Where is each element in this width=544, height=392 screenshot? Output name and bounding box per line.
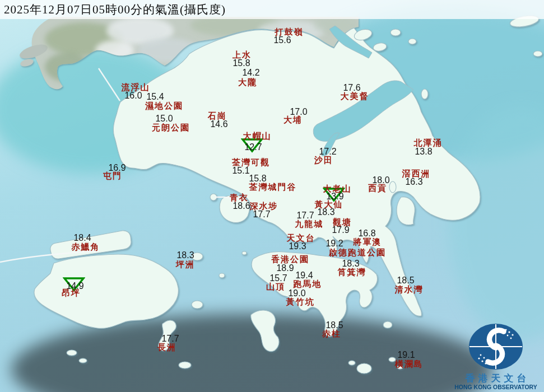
station-name-label: 上水: [233, 51, 252, 59]
station-temperature-value: 15.0: [155, 114, 173, 123]
station-name-label: 元朗公園: [152, 124, 190, 132]
station-name-label: 筲箕灣: [338, 268, 366, 277]
station-name-label: 荃灣城門谷: [249, 183, 297, 192]
station-name-label: 濕地公園: [145, 102, 183, 110]
station-temperature-value: 19.3: [289, 242, 306, 251]
station-name-label: 山頂: [266, 283, 285, 291]
station-name-label: 赤柱: [322, 330, 341, 338]
station-temperature-value: 18.9: [276, 264, 294, 273]
station-temperature-value: 14.6: [210, 120, 227, 129]
station-temperature-value: 18.3: [317, 208, 334, 217]
station-name-label: 沙田: [314, 156, 333, 165]
station-temperature-value: 15.6: [273, 36, 291, 45]
hko-logo-english-name: HONG KONG OBSERVATORY: [454, 384, 537, 391]
hko-logo: 香港天文台 HONG KONG OBSERVATORY: [451, 323, 541, 391]
station-name-label: 深水埗: [250, 202, 278, 211]
station-temperature-value: 18.3: [176, 251, 194, 260]
station-temperature-value: 12.7: [244, 143, 262, 152]
station-name-label: 黃大仙: [315, 200, 343, 209]
station-name-label: 大隴: [238, 78, 257, 87]
station-name-label: 赤鱲角: [72, 243, 100, 251]
station-temperature-value: 19.1: [397, 351, 415, 360]
station-name-label: 觀塘: [333, 218, 352, 227]
station-name-label: 流浮山: [122, 83, 150, 92]
station-name-label: 大美督: [341, 92, 369, 101]
station-name-label: 跑馬地: [294, 280, 322, 288]
station-name-label: 大老山: [323, 185, 352, 193]
station-temperature-value: 15.8: [233, 59, 250, 68]
station-temperature-value: 19.2: [326, 239, 343, 248]
station-name-label: 荃灣可觀: [232, 158, 270, 167]
station-name-label: 將軍澳: [354, 238, 382, 246]
station-temperature-value: 18.6: [233, 202, 250, 211]
station-name-label: 九龍城: [295, 220, 324, 228]
station-temperature-value: 16.0: [124, 91, 142, 100]
station-name-label: 青衣: [230, 194, 249, 202]
station-name-label: 香港公園: [271, 255, 309, 264]
station-name-label: 長洲: [157, 343, 176, 352]
station-temperature-value: 17.9: [332, 226, 349, 235]
station-name-label: 滘西洲: [402, 170, 431, 178]
station-name-label: 打鼓嶺: [275, 28, 304, 36]
station-name-label: 坪洲: [176, 260, 195, 269]
station-temperature-value: 15.1: [232, 166, 249, 175]
station-temperature-value: 18.5: [397, 276, 414, 285]
station-temperature-value: 15.4: [146, 92, 164, 101]
page-title: 2025年12月07日05時00分的氣溫(攝氏度): [0, 2, 226, 17]
station-name-label: 西貢: [368, 184, 387, 193]
station-name-label: 屯門: [103, 172, 122, 180]
station-temperature-value: 16.3: [405, 178, 422, 186]
title-bar: 2025年12月07日05時00分的氣溫(攝氏度): [0, 0, 544, 19]
station-temperature-value: 14.2: [242, 68, 259, 77]
station-name-label: 黃竹坑: [286, 298, 315, 306]
station-name-label: 石崗: [208, 112, 227, 120]
temperature-map-screen: 2025年12月07日05時00分的氣溫(攝氏度) 15.6打鼓嶺15.8上水1…: [0, 0, 544, 392]
station-name-label: 啟德跑道公園: [329, 249, 386, 257]
station-temperature-value: 18.4: [73, 234, 91, 242]
station-temperature-value: 17.7: [253, 210, 270, 219]
station-name-label: 天文台: [287, 234, 315, 242]
hko-logo-icon: [467, 323, 525, 372]
station-name-label: 清水灣: [395, 286, 424, 294]
station-name-label: 大埔: [283, 116, 303, 124]
station-name-label: 昂坪: [62, 289, 81, 297]
station-name-label: 橫瀾島: [395, 360, 424, 368]
station-name-label: 北潭涌: [414, 139, 443, 147]
station-name-label: 大帽山: [243, 132, 272, 141]
station-temperature-value: 13.8: [415, 147, 432, 156]
hko-logo-chinese-name: 香港天文台: [462, 374, 530, 384]
